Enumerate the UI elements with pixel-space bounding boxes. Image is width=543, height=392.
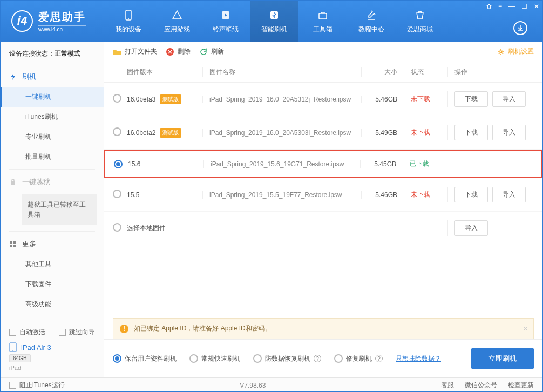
- footer-link-update[interactable]: 检查更新: [508, 381, 534, 390]
- help-icon[interactable]: ?: [314, 355, 321, 362]
- flash-options: 保留用户资料刷机常规快速刷机防数据恢复刷机?修复刷机?只想抹除数据？立即刷机: [104, 339, 542, 377]
- tab-icon: [171, 9, 184, 22]
- main-content: 打开文件夹 删除 刷新 刷机设置: [104, 42, 542, 377]
- refresh-icon: [199, 48, 208, 56]
- firmware-radio[interactable]: [113, 223, 121, 232]
- maximize-icon[interactable]: ☐: [521, 3, 527, 10]
- folder-icon: [113, 48, 121, 56]
- close-icon[interactable]: ✕: [534, 3, 539, 10]
- import-button[interactable]: 导入: [492, 187, 526, 202]
- minimize-icon[interactable]: —: [508, 3, 515, 10]
- sidebar-item-batch-flash[interactable]: 批量刷机: [1, 147, 104, 167]
- app-header: i4 爱思助手 www.i4.cn 我的设备应用游戏铃声壁纸智能刷机工具箱教程中…: [1, 1, 542, 42]
- firmware-row[interactable]: 16.0beta2测试版iPad_Spring_2019_16.0_20A530…: [104, 116, 542, 150]
- download-button[interactable]: 下载: [454, 125, 488, 140]
- firmware-row[interactable]: 选择本地固件导入: [104, 212, 542, 245]
- sidebar-item-other-tools[interactable]: 其他工具: [1, 254, 104, 274]
- svg-rect-9: [13, 245, 16, 247]
- tab-icon: [365, 9, 378, 22]
- menu-icon[interactable]: ≡: [498, 3, 502, 10]
- sidebar: 设备连接状态：正常模式 刷机 一键刷机 iTunes刷机 专业刷机 批量刷机 一…: [1, 42, 104, 377]
- more-icon: [9, 240, 17, 248]
- refresh-button[interactable]: 刷新: [199, 47, 224, 56]
- open-folder-button[interactable]: 打开文件夹: [113, 47, 157, 56]
- sidebar-bottom: 自动激活 跳过向导 iPad Air 3 64GB iPad: [1, 321, 104, 377]
- flash-option-1[interactable]: 常规快速刷机: [189, 354, 240, 363]
- settings-icon[interactable]: ✿: [486, 3, 492, 10]
- flash-now-button[interactable]: 立即刷机: [471, 348, 534, 369]
- option-radio[interactable]: [113, 354, 121, 363]
- skip-guide-checkbox[interactable]: [59, 329, 66, 336]
- device-info[interactable]: iPad Air 3: [9, 342, 95, 352]
- lock-icon: [9, 178, 17, 186]
- import-button[interactable]: 导入: [492, 125, 526, 140]
- sidebar-section-more[interactable]: 更多: [1, 234, 104, 254]
- svg-rect-6: [10, 241, 12, 244]
- top-tab-1[interactable]: 应用游戏: [153, 1, 201, 42]
- help-icon[interactable]: ?: [375, 355, 383, 362]
- firmware-table-body: 16.0beta3测试版iPad_Spring_2019_16.0_20A531…: [104, 83, 542, 314]
- import-button[interactable]: 导入: [454, 220, 488, 236]
- top-tab-0[interactable]: 我的设备: [104, 1, 153, 42]
- sidebar-section-jailbreak: 一键越狱: [1, 172, 104, 192]
- svg-rect-8: [10, 245, 12, 247]
- toolbar: 打开文件夹 删除 刷新 刷机设置: [104, 42, 542, 62]
- flash-settings-button[interactable]: 刷机设置: [497, 47, 534, 56]
- sidebar-item-pro-flash[interactable]: 专业刷机: [1, 127, 104, 147]
- download-manager-icon[interactable]: [513, 21, 527, 35]
- window-controls: ✿ ≡ — ☐ ✕: [486, 3, 539, 10]
- block-itunes-checkbox[interactable]: [9, 382, 16, 389]
- sidebar-section-flash[interactable]: 刷机: [1, 66, 104, 87]
- info-close-icon[interactable]: ×: [523, 324, 528, 334]
- connection-status: 设备连接状态：正常模式: [1, 42, 104, 66]
- sidebar-item-one-click-flash[interactable]: 一键刷机: [1, 87, 104, 107]
- sidebar-item-itunes-flash[interactable]: iTunes刷机: [1, 107, 104, 127]
- top-tab-4[interactable]: 工具箱: [298, 1, 347, 42]
- firmware-table-header: 固件版本 固件名称 大小 状态 操作: [104, 62, 542, 83]
- beta-badge: 测试版: [160, 94, 181, 104]
- flash-option-3[interactable]: 修复刷机?: [334, 354, 383, 363]
- download-button[interactable]: 下载: [454, 187, 488, 202]
- firmware-row[interactable]: 15.6iPad_Spring_2019_15.6_19G71_Restore.…: [104, 150, 542, 178]
- flash-option-0[interactable]: 保留用户资料刷机: [113, 354, 177, 363]
- import-button[interactable]: 导入: [492, 91, 526, 107]
- top-tab-2[interactable]: 铃声壁纸: [201, 1, 250, 42]
- firmware-radio[interactable]: [113, 94, 121, 103]
- erase-data-link[interactable]: 只想抹除数据？: [396, 354, 441, 363]
- footer-link-wechat[interactable]: 微信公众号: [465, 381, 497, 390]
- auto-activate-checkbox[interactable]: [9, 329, 16, 336]
- sidebar-item-advanced[interactable]: 高级功能: [1, 294, 104, 314]
- tab-icon: [413, 9, 426, 22]
- firmware-radio[interactable]: [113, 190, 121, 198]
- flash-icon: [9, 73, 17, 80]
- firmware-row[interactable]: 16.0beta3测试版iPad_Spring_2019_16.0_20A531…: [104, 83, 542, 116]
- app-site: www.i4.cn: [38, 25, 86, 32]
- delete-button[interactable]: 删除: [166, 47, 191, 56]
- tab-icon: [122, 9, 135, 22]
- info-banner: ! 如已绑定 Apple ID，请准备好 Apple ID和密码。 ×: [113, 318, 534, 339]
- firmware-radio[interactable]: [113, 127, 121, 136]
- logo-icon: i4: [11, 10, 33, 32]
- top-tab-5[interactable]: 教程中心: [347, 1, 396, 42]
- flash-option-2[interactable]: 防数据恢复刷机?: [253, 354, 321, 363]
- footer-links: 客服 微信公众号 检查更新: [441, 381, 534, 390]
- top-tab-3[interactable]: 智能刷机: [250, 1, 298, 42]
- footer-link-support[interactable]: 客服: [441, 381, 454, 390]
- svg-point-13: [500, 51, 502, 53]
- tablet-icon: [9, 342, 17, 352]
- option-radio[interactable]: [253, 354, 262, 363]
- option-radio[interactable]: [334, 354, 343, 363]
- logo: i4 爱思助手 www.i4.cn: [1, 10, 104, 32]
- version-label: V7.98.63: [65, 382, 441, 389]
- svg-point-1: [128, 18, 129, 19]
- beta-badge: 测试版: [160, 128, 181, 138]
- top-tab-6[interactable]: 爱思商城: [396, 1, 444, 42]
- app-name: 爱思助手: [38, 10, 86, 24]
- option-radio[interactable]: [189, 354, 198, 363]
- sidebar-item-download-fw[interactable]: 下载固件: [1, 274, 104, 294]
- firmware-radio[interactable]: [114, 160, 123, 168]
- svg-rect-5: [11, 181, 15, 185]
- status-bar: 阻止iTunes运行 V7.98.63 客服 微信公众号 检查更新: [1, 377, 542, 392]
- download-button[interactable]: 下载: [454, 91, 488, 107]
- firmware-row[interactable]: 15.5iPad_Spring_2019_15.5_19F77_Restore.…: [104, 178, 542, 212]
